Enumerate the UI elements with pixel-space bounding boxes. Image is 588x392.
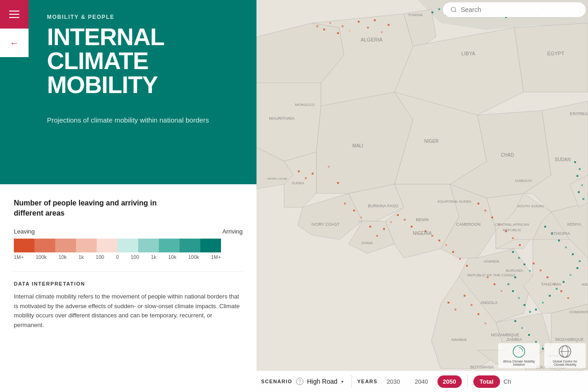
svg-text:CAMEROON: CAMEROON: [456, 222, 480, 227]
help-question-mark: ?: [298, 379, 301, 384]
val-100k-right: 100k: [188, 254, 199, 260]
svg-line-153: [455, 11, 456, 12]
hamburger-icon: [9, 11, 19, 18]
svg-rect-80: [578, 191, 580, 193]
svg-rect-52: [540, 269, 541, 271]
svg-rect-10: [381, 31, 383, 33]
svg-text:REPUBLIC: REPUBLIC: [503, 228, 521, 232]
svg-rect-86: [572, 253, 574, 255]
svg-text:UGANDA: UGANDA: [483, 259, 500, 263]
data-interpretation-section: DATA INTERPRETATION Internal climate mob…: [14, 271, 243, 330]
val-10k-left: 10k: [58, 254, 67, 260]
menu-button[interactable]: [0, 0, 29, 29]
svg-rect-44: [501, 290, 502, 292]
color-leaving-2: [35, 239, 55, 252]
svg-rect-26: [411, 226, 413, 228]
color-arriving-5: [200, 239, 221, 252]
svg-text:GHANA: GHANA: [361, 241, 373, 245]
interp-title: DATA INTERPRETATION: [14, 281, 243, 287]
dropdown-chevron-icon[interactable]: ▾: [341, 379, 343, 384]
svg-rect-37: [491, 216, 493, 218]
svg-point-152: [451, 7, 456, 12]
svg-rect-16: [337, 182, 339, 184]
val-10k-right: 10k: [168, 254, 176, 260]
svg-text:SUDAN: SUDAN: [554, 157, 571, 162]
right-panel: ALGERIA LIBYA EGYPT MAURITANIA MALI NIGE…: [256, 0, 588, 392]
color-leaving-1: [14, 239, 35, 252]
svg-rect-108: [535, 341, 537, 343]
svg-rect-1: [316, 25, 318, 27]
svg-rect-96: [518, 257, 520, 259]
color-arriving-2: [138, 239, 159, 252]
svg-text:BENIN: BENIN: [416, 217, 429, 222]
svg-rect-20: [369, 226, 371, 228]
svg-rect-91: [556, 288, 558, 290]
svg-rect-22: [383, 228, 385, 230]
svg-rect-13: [305, 177, 307, 179]
year-2040-button[interactable]: 2040: [409, 375, 434, 388]
back-button[interactable]: ←: [0, 29, 29, 57]
legend-values: 1M+ 100k 10k 1k 100 0 100 1k 10k 100k 1M…: [14, 254, 221, 260]
svg-text:ETHIOPIA: ETHIOPIA: [551, 231, 570, 236]
svg-text:NIGERIA: NIGERIA: [413, 231, 431, 236]
val-100-right: 100: [131, 254, 139, 260]
year-2050-button[interactable]: 2050: [437, 375, 462, 388]
search-icon: [450, 6, 457, 13]
title-line1: INTERNAL CLIMATE: [47, 23, 164, 74]
svg-rect-11: [388, 24, 390, 26]
svg-rect-98: [529, 270, 531, 272]
svg-text:NAMIBIA: NAMIBIA: [452, 338, 467, 342]
svg-rect-100: [507, 283, 509, 285]
svg-rect-19: [360, 216, 362, 218]
svg-rect-107: [528, 334, 530, 336]
acmi-logo-icon: [512, 345, 525, 358]
svg-text:SIERRA LEONE: SIERRA LEONE: [267, 177, 287, 180]
svg-rect-2: [323, 29, 325, 30]
svg-rect-9: [374, 19, 376, 21]
val-1m-left: 1M+: [14, 254, 24, 260]
total-button[interactable]: Total: [473, 375, 500, 388]
svg-rect-92: [549, 295, 551, 297]
logo-gccm: Global Centre for Climate Mobility: [544, 343, 586, 368]
header-content: MOBILITY & PEOPLE INTERNAL CLIMATE MOBIL…: [47, 14, 243, 126]
svg-text:BOTSWANA: BOTSWANA: [470, 365, 494, 369]
svg-text:MAURITANIA: MAURITANIA: [269, 116, 295, 121]
svg-rect-7: [358, 21, 360, 23]
arriving-label: Arriving: [222, 228, 243, 235]
val-1k-right: 1k: [151, 254, 157, 260]
svg-rect-78: [576, 175, 578, 177]
search-bar: [256, 0, 588, 17]
years-section: YEARS 2030 2040 2050: [357, 375, 462, 388]
svg-rect-102: [518, 297, 520, 299]
year-2030-button[interactable]: 2030: [381, 375, 406, 388]
svg-rect-95: [512, 251, 514, 253]
svg-rect-17: [344, 203, 346, 205]
svg-rect-79: [581, 184, 583, 186]
svg-rect-46: [471, 304, 472, 306]
svg-rect-50: [454, 309, 456, 310]
color-leaving-3: [55, 239, 76, 252]
interp-text: Internal climate mobility refers to the …: [14, 292, 243, 330]
svg-rect-15: [328, 166, 330, 168]
svg-rect-88: [576, 267, 578, 269]
svg-text:NIGER: NIGER: [424, 139, 439, 144]
svg-rect-41: [519, 244, 521, 246]
svg-rect-24: [397, 214, 399, 216]
svg-rect-36: [484, 210, 486, 211]
divider-1: [351, 375, 352, 388]
val-1k-left: 1k: [78, 254, 84, 260]
svg-text:MOROCCO: MOROCCO: [295, 103, 315, 107]
search-input-wrapper[interactable]: [443, 2, 586, 17]
svg-text:KENYA: KENYA: [567, 222, 581, 227]
svg-text:TANZANIA: TANZANIA: [541, 282, 561, 287]
search-input[interactable]: [461, 6, 578, 13]
svg-text:MOZAMBIQUE: MOZAMBIQUE: [555, 337, 584, 342]
section-title: Number of people leaving and arriving in…: [14, 198, 243, 219]
svg-text:GUINEA: GUINEA: [292, 181, 304, 185]
scenario-help-icon[interactable]: ?: [296, 378, 303, 385]
bottom-bar: SCENARIO ? High Road ▾ YEARS 2030 2040 2…: [256, 371, 588, 392]
legend-container: Leaving Arriving 1M+ 100k 10k 1k 1: [14, 228, 243, 260]
svg-text:MALAWI: MALAWI: [582, 283, 588, 286]
svg-rect-33: [459, 258, 461, 260]
svg-text:BURKINA FASO: BURKINA FASO: [368, 204, 398, 208]
